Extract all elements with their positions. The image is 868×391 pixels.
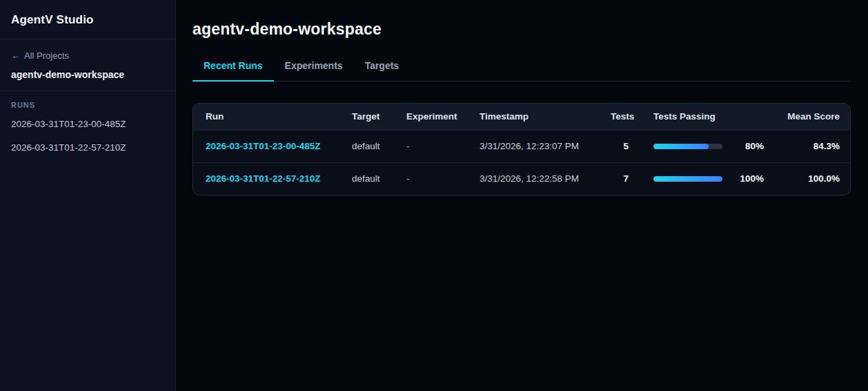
sidebar-header: AgentV Studio [0, 0, 175, 39]
table-row: 2026-03-31T01-22-57-210Z default - 3/31/… [193, 162, 850, 195]
tab-targets[interactable]: Targets [354, 60, 411, 82]
sidebar-runs-section: RUNS 2026-03-31T01-23-00-485Z2026-03-31T… [0, 91, 175, 174]
timestamp-cell: 3/31/2026, 12:23:07 PM [480, 130, 611, 162]
sidebar-run-list: 2026-03-31T01-23-00-485Z2026-03-31T01-22… [11, 119, 164, 153]
runs-table: Run Target Experiment Timestamp Tests Te… [193, 104, 850, 195]
all-projects-link[interactable]: ← All Projects [11, 50, 69, 61]
page-title: agentv-demo-workspace [193, 19, 851, 39]
col-header-timestamp: Timestamp [480, 104, 611, 130]
sidebar-project-section: ← All Projects agentv-demo-workspace [0, 39, 175, 91]
progress-bar-fill [653, 176, 722, 182]
runs-table-card: Run Target Experiment Timestamp Tests Te… [193, 103, 851, 196]
mean-score-cell: 84.3% [769, 130, 850, 162]
runs-section-heading: RUNS [11, 101, 164, 109]
target-cell: default [352, 162, 406, 195]
tab-bar: Recent Runs Experiments Targets [193, 60, 851, 82]
table-header-row: Run Target Experiment Timestamp Tests Te… [193, 104, 850, 130]
tab-experiments[interactable]: Experiments [274, 60, 354, 82]
timestamp-cell: 3/31/2026, 12:22:58 PM [480, 162, 611, 195]
progress-bar [653, 144, 722, 149]
sidebar-run-item[interactable]: 2026-03-31T01-23-00-485Z [11, 119, 164, 129]
tab-recent-runs[interactable]: Recent Runs [193, 60, 274, 82]
col-header-mean-score: Mean Score [769, 104, 850, 130]
tests-passing-cell: 100% [653, 173, 764, 184]
col-header-run: Run [193, 104, 352, 130]
col-header-tests-passing: Tests Passing [646, 104, 769, 130]
passing-percent-label: 100% [722, 173, 764, 184]
col-header-tests: Tests [611, 104, 646, 130]
app-title: AgentV Studio [11, 13, 164, 27]
main-content: agentv-demo-workspace Recent Runs Experi… [176, 0, 868, 391]
passing-percent-label: 80% [722, 141, 764, 151]
tests-count-cell: 7 [611, 162, 646, 195]
progress-bar [653, 176, 722, 182]
tests-passing-cell: 80% [653, 141, 764, 151]
mean-score-cell: 100.0% [769, 162, 850, 195]
sidebar: AgentV Studio ← All Projects agentv-demo… [0, 0, 176, 391]
experiment-cell: - [406, 162, 480, 195]
target-cell: default [352, 130, 406, 162]
progress-bar-fill [653, 144, 709, 149]
sidebar-run-item[interactable]: 2026-03-31T01-22-57-210Z [11, 142, 164, 153]
tests-count-cell: 5 [611, 130, 646, 162]
table-row: 2026-03-31T01-23-00-485Z default - 3/31/… [193, 130, 850, 162]
run-link[interactable]: 2026-03-31T01-22-57-210Z [206, 173, 321, 184]
back-arrow-icon: ← [11, 50, 20, 61]
sidebar-workspace-name[interactable]: agentv-demo-workspace [11, 69, 164, 80]
col-header-experiment: Experiment [406, 104, 480, 130]
all-projects-label: All Projects [24, 50, 69, 61]
run-link[interactable]: 2026-03-31T01-23-00-485Z [206, 141, 321, 151]
experiment-cell: - [406, 130, 480, 162]
col-header-target: Target [352, 104, 406, 130]
